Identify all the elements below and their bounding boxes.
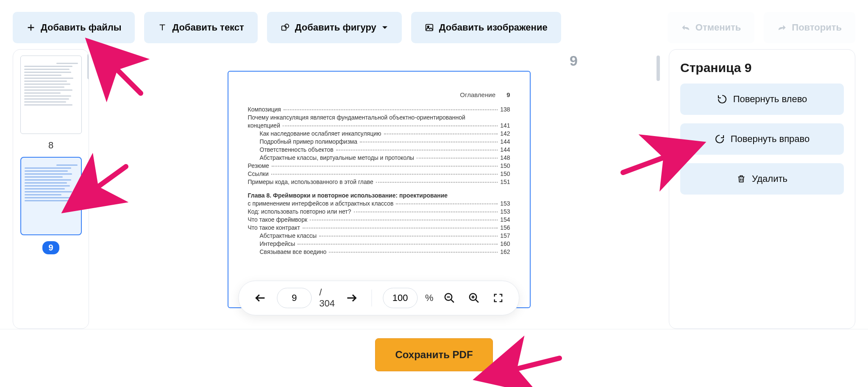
thumbnail-8-number: 8 <box>48 140 53 151</box>
text-icon <box>158 23 167 32</box>
thumbnails-panel: 8 9 <box>13 49 89 329</box>
toc-page: 160 <box>499 240 510 247</box>
toc-title: Что такое фреймворк <box>248 216 309 223</box>
add-image-button[interactable]: Добавить изображение <box>411 12 561 43</box>
chapter-pg: 153 <box>499 200 510 207</box>
toc-page: 162 <box>499 248 510 255</box>
thumb-preview <box>24 63 78 131</box>
save-label: Сохранить PDF <box>395 349 473 360</box>
page-input[interactable] <box>277 288 312 308</box>
page-header-label: Оглавление <box>460 91 495 98</box>
scrollbar[interactable] <box>87 54 89 79</box>
add-image-label: Добавить изображение <box>439 22 548 33</box>
rotate-left-label: Повернуть влево <box>733 94 807 105</box>
page-canvas[interactable]: Оглавление 9 Композиция138Почему инкапсу… <box>228 71 531 308</box>
toc-row: концепцией141 <box>248 122 510 129</box>
toc-row: Что такое фреймворк154 <box>248 216 510 223</box>
toc-row: Резюме150 <box>248 162 510 169</box>
add-text-label: Добавить текст <box>172 22 244 33</box>
zoom-out-icon <box>444 292 456 304</box>
toc-page: 150 <box>499 170 510 177</box>
save-pdf-button[interactable]: Сохранить PDF <box>375 338 492 371</box>
zoom-input[interactable] <box>383 288 417 308</box>
redo-button[interactable]: Повторить <box>764 12 855 43</box>
toc-title: Абстрактные классы <box>260 232 318 239</box>
thumbnail-page-9[interactable] <box>20 157 82 235</box>
redo-label: Повторить <box>792 22 842 33</box>
rotate-left-button[interactable]: Повернуть влево <box>680 84 844 115</box>
toc-page: 141 <box>499 122 510 129</box>
toc-page: 144 <box>499 138 510 145</box>
rotate-right-label: Повернуть вправо <box>731 134 810 145</box>
divider <box>371 290 372 306</box>
viewer: 9 Оглавление 9 Композиция138Почему инкап… <box>102 49 656 329</box>
toc-row: Подробный пример полиморфизма144 <box>248 138 510 145</box>
thumbnail-9-number: 9 <box>42 241 59 254</box>
page-controls: / 304 % <box>238 281 519 315</box>
chapter-sub-row: с применением интерфейсов и абстрактных … <box>248 200 510 207</box>
toc-title: Ответственность объектов <box>260 146 334 153</box>
toc-row: Абстрактные классы, виртуальные методы и… <box>248 154 510 161</box>
toc-row: Ссылки150 <box>248 170 510 177</box>
toc-row: Связываем все воедино162 <box>248 248 510 255</box>
toc-title: Примеры кода, использованного в этой гла… <box>248 178 374 185</box>
zoom-in-button[interactable] <box>466 290 483 306</box>
toc-page: 142 <box>499 130 510 137</box>
rotate-right-button[interactable]: Повернуть вправо <box>680 123 844 155</box>
redo-icon <box>777 23 787 32</box>
page-header: Оглавление 9 <box>248 91 510 98</box>
add-files-label: Добавить файлы <box>41 22 121 33</box>
page-header-num: 9 <box>506 91 510 98</box>
toc-block-2: Код: использовать повторно или нет?153Чт… <box>248 208 510 255</box>
toc-page: 154 <box>499 216 510 223</box>
next-page-button[interactable] <box>342 289 360 307</box>
chapter-row: Глава 8. Фреймворки и повторное использо… <box>248 192 510 199</box>
fullscreen-icon <box>493 292 504 303</box>
toc-row: Интерфейсы160 <box>248 240 510 247</box>
plus-icon <box>26 23 36 32</box>
rotate-left-icon <box>717 94 727 104</box>
side-title: Страница 9 <box>680 61 844 75</box>
fullscreen-button[interactable] <box>490 290 506 306</box>
toc-row: Абстрактные классы157 <box>248 232 510 239</box>
shape-icon <box>281 23 290 32</box>
toc-page: 138 <box>499 106 510 113</box>
toc-page: 153 <box>499 208 510 215</box>
zoom-in-icon <box>468 292 480 304</box>
toc-title: Связываем все воедино <box>260 248 328 255</box>
scrollbar[interactable] <box>657 56 660 81</box>
toc-title: Ссылки <box>248 170 270 177</box>
page-total: / 304 <box>319 287 335 309</box>
add-text-button[interactable]: Добавить текст <box>144 12 257 43</box>
toc-title: Что такое контракт <box>248 224 301 231</box>
add-files-button[interactable]: Добавить файлы <box>13 12 135 43</box>
trash-icon <box>737 174 746 184</box>
arrow-right-icon <box>345 292 358 304</box>
toc-page: 144 <box>499 146 510 153</box>
undo-icon <box>681 23 690 32</box>
toc-title: Подробный пример полиморфизма <box>260 138 359 145</box>
delete-label: Удалить <box>752 173 787 184</box>
footer: Сохранить PDF <box>0 329 868 380</box>
toc-row: Как наследование ослабляет инкапсуляцию1… <box>248 130 510 137</box>
delete-button[interactable]: Удалить <box>680 163 844 195</box>
toc-title: Композиция <box>248 106 282 113</box>
toc-title: концепцией <box>248 122 281 129</box>
add-shape-button[interactable]: Добавить фигуру <box>267 12 402 43</box>
toc-page: 157 <box>499 232 510 239</box>
toc-title: Абстрактные классы, виртуальные методы и… <box>260 154 415 161</box>
toc-title: Как наследование ослабляет инкапсуляцию <box>260 130 382 137</box>
toc-title: Интерфейсы <box>260 240 296 247</box>
undo-button[interactable]: Отменить <box>668 12 755 43</box>
toc-block-1: Композиция138Почему инкапсуляция являетс… <box>248 106 510 185</box>
arrow-left-icon <box>254 292 267 304</box>
toc-row: Что такое контракт156 <box>248 224 510 231</box>
thumbnail-page-8[interactable] <box>20 56 82 134</box>
page-number-top: 9 <box>570 53 578 69</box>
add-shape-label: Добавить фигуру <box>295 22 376 33</box>
prev-page-button[interactable] <box>251 289 269 307</box>
zoom-out-button[interactable] <box>441 290 458 306</box>
zoom-pct: % <box>425 292 434 303</box>
undo-label: Отменить <box>696 22 741 33</box>
toc-page: 151 <box>499 178 510 185</box>
